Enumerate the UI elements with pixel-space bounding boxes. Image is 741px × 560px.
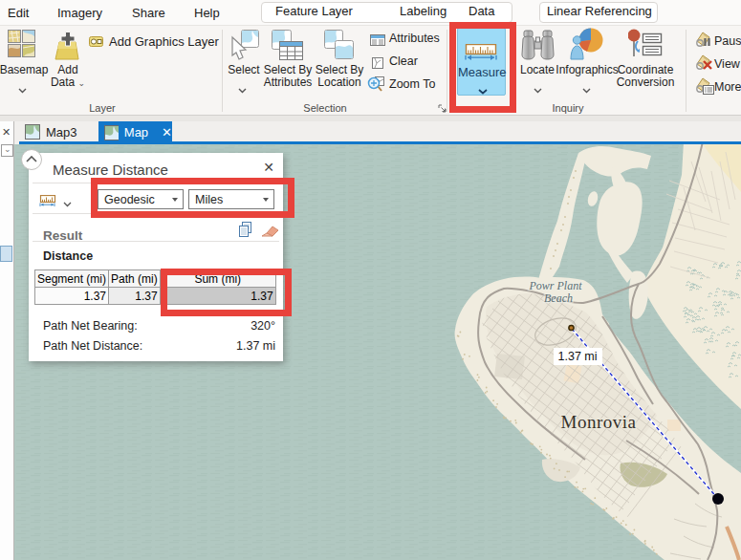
svg-text:Beach: Beach: [544, 291, 573, 305]
svg-text:Powr Plant: Powr Plant: [528, 279, 582, 292]
svg-text:1.37 mi: 1.37 mi: [558, 350, 598, 363]
svg-text:Monrovia: Monrovia: [561, 412, 637, 432]
